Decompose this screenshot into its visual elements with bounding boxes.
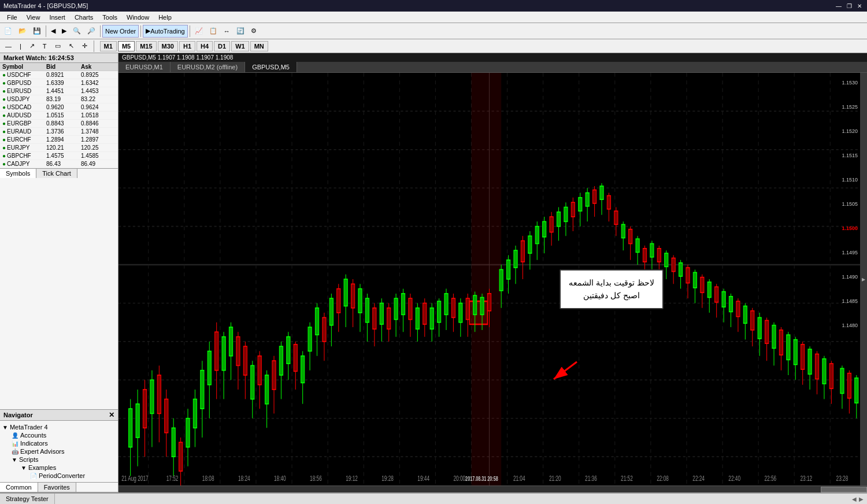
toolbar-autotrading[interactable]: ▶ AutoTrading bbox=[143, 25, 188, 38]
market-watch-row[interactable]: ●USDCAD 0.9620 0.9624 bbox=[0, 103, 118, 112]
close-button[interactable]: ✕ bbox=[855, 2, 864, 10]
menu-tools[interactable]: Tools bbox=[98, 13, 122, 22]
svg-rect-231 bbox=[840, 368, 844, 393]
market-watch-row[interactable]: ●GBPCHF 1.4575 1.4585 bbox=[0, 152, 118, 160]
period-m15[interactable]: M15 bbox=[136, 41, 156, 51]
period-h1[interactable]: H1 bbox=[179, 41, 195, 51]
period-m5[interactable]: M5 bbox=[118, 41, 135, 51]
minimize-button[interactable]: — bbox=[835, 2, 843, 10]
price-1505: 1.1505 bbox=[828, 201, 860, 207]
toolbar-autoscroll[interactable]: 🔄 bbox=[234, 25, 247, 38]
strategy-tester-arrow-right[interactable]: ▶ bbox=[859, 496, 864, 502]
period-w1[interactable]: W1 bbox=[231, 41, 249, 51]
toolbar-chart-shift[interactable]: ↔ bbox=[221, 25, 233, 38]
menu-view[interactable]: View bbox=[22, 13, 45, 22]
menu-insert[interactable]: Insert bbox=[45, 13, 70, 22]
nav-indicators[interactable]: 📊 Indicators bbox=[12, 439, 116, 447]
toolbar-indicators[interactable]: 📈 bbox=[192, 25, 206, 38]
mw-ask: 1.2897 bbox=[81, 136, 116, 143]
nav-metatrader4[interactable]: ▼ MetaTrader 4 bbox=[2, 423, 116, 431]
svg-rect-227 bbox=[822, 359, 826, 384]
nav-tab-common[interactable]: Common bbox=[0, 483, 38, 492]
svg-text:21:04: 21:04 bbox=[513, 474, 525, 482]
toolbar-cursor[interactable]: ↖ bbox=[66, 40, 77, 53]
svg-rect-58 bbox=[215, 332, 218, 370]
nav-periodconv-icon: 📄 bbox=[30, 473, 37, 479]
menu-file[interactable]: File bbox=[2, 13, 22, 22]
toolbar-settings[interactable]: ⚙ bbox=[248, 25, 260, 38]
market-watch-row[interactable]: ●EURJPY 120.21 120.25 bbox=[0, 144, 118, 152]
strategy-tester-arrow-left[interactable]: ◀ bbox=[852, 496, 857, 502]
market-watch: Market Watch: 16:24:53 Symbol Bid Ask ●U… bbox=[0, 53, 118, 410]
svg-text:23:12: 23:12 bbox=[801, 474, 813, 482]
toolbar-open[interactable]: 📂 bbox=[16, 25, 29, 38]
market-watch-row[interactable]: ●USDJPY 83.19 83.22 bbox=[0, 95, 118, 103]
toolbar-vline[interactable]: | bbox=[17, 40, 24, 53]
toolbar-rect[interactable]: ▭ bbox=[52, 40, 64, 53]
chart-canvas[interactable]: 21 Aug 2017 17:52 18:08 18:24 18:40 18:5… bbox=[118, 73, 860, 486]
svg-rect-80 bbox=[294, 344, 297, 371]
toolbar-arrow[interactable]: ↗ bbox=[27, 40, 38, 53]
svg-rect-195 bbox=[707, 282, 711, 298]
nav-accounts[interactable]: 👤 Accounts bbox=[12, 431, 116, 439]
toolbar-templates[interactable]: 📋 bbox=[206, 25, 220, 38]
mw-tab-tick[interactable]: Tick Chart bbox=[36, 169, 77, 178]
svg-rect-50 bbox=[186, 418, 190, 447]
market-watch-row[interactable]: ●USDCHF 0.8921 0.8925 bbox=[0, 71, 118, 79]
toolbar-new-order[interactable]: New Order bbox=[102, 25, 139, 38]
toolbar-new-chart[interactable]: 📄 bbox=[1, 25, 15, 38]
market-watch-row[interactable]: ●EURAUD 1.3736 1.3748 bbox=[0, 128, 118, 136]
period-d1[interactable]: D1 bbox=[214, 41, 230, 51]
toolbar-save[interactable]: 💾 bbox=[30, 25, 44, 38]
mw-symbol: ●EURJPY bbox=[2, 144, 46, 151]
toolbar-crosshair[interactable]: ✛ bbox=[79, 40, 90, 53]
market-watch-row[interactable]: ●CADJPY 86.43 86.49 bbox=[0, 160, 118, 168]
svg-rect-171 bbox=[621, 224, 625, 238]
svg-rect-189 bbox=[686, 268, 690, 283]
market-watch-row[interactable]: ●AUDUSD 1.0515 1.0518 bbox=[0, 112, 118, 120]
toolbar-zoom-out[interactable]: 🔎 bbox=[84, 25, 98, 38]
svg-rect-42 bbox=[157, 375, 161, 413]
nav-period-converter[interactable]: 📄 PeriodConverter bbox=[30, 472, 116, 480]
chart-collapse-arrow[interactable]: ▶ bbox=[860, 73, 867, 486]
chart-tab-eurusd-m1[interactable]: EURUSD,M1 bbox=[118, 62, 171, 72]
menu-charts[interactable]: Charts bbox=[70, 13, 98, 22]
svg-text:21:20: 21:20 bbox=[549, 474, 561, 482]
svg-rect-122 bbox=[444, 294, 448, 315]
menu-window[interactable]: Window bbox=[122, 13, 154, 22]
nav-examples[interactable]: ▼ Examples bbox=[21, 464, 116, 472]
mw-ask: 120.25 bbox=[81, 144, 116, 151]
menu-help[interactable]: Help bbox=[154, 13, 176, 22]
toolbar-text[interactable]: T bbox=[40, 40, 50, 53]
period-m1[interactable]: M1 bbox=[100, 41, 117, 51]
svg-rect-199 bbox=[722, 292, 725, 307]
chart-tab-gbpusd-m5[interactable]: GBPUSD,M5 bbox=[245, 62, 297, 72]
svg-text:21:52: 21:52 bbox=[621, 474, 633, 482]
chart-scrollbar-thumb[interactable] bbox=[821, 487, 867, 492]
market-watch-row[interactable]: ●EURCHF 1.2894 1.2897 bbox=[0, 136, 118, 144]
period-m30[interactable]: M30 bbox=[158, 41, 178, 51]
nav-expert-advisors[interactable]: 🤖 Expert Advisors bbox=[12, 447, 116, 455]
toolbar-forward[interactable]: ▶ bbox=[59, 25, 69, 38]
chart-scrollbar[interactable] bbox=[118, 486, 867, 492]
market-watch-row[interactable]: ●EURGBP 0.8843 0.8846 bbox=[0, 120, 118, 128]
toolbar-line[interactable]: — bbox=[2, 40, 14, 53]
toolbar-sep-4 bbox=[190, 25, 190, 37]
navigator-close[interactable]: ✕ bbox=[109, 411, 114, 419]
market-watch-row[interactable]: ●EURUSD 1.4451 1.4453 bbox=[0, 87, 118, 95]
svg-rect-108 bbox=[394, 298, 398, 320]
period-mn[interactable]: MN bbox=[250, 41, 268, 51]
nav-tab-favorites[interactable]: Favorites bbox=[38, 483, 76, 492]
mw-tab-symbols[interactable]: Symbols bbox=[0, 169, 36, 178]
svg-rect-229 bbox=[829, 364, 833, 388]
period-h4[interactable]: H4 bbox=[197, 41, 213, 51]
chart-svg: 21 Aug 2017 17:52 18:08 18:24 18:40 18:5… bbox=[118, 73, 860, 486]
nav-scripts[interactable]: ▼ Scripts bbox=[12, 455, 116, 464]
market-watch-row[interactable]: ●GBPUSD 1.6339 1.6342 bbox=[0, 79, 118, 87]
svg-text:18:40: 18:40 bbox=[274, 474, 286, 482]
market-watch-tabs: Symbols Tick Chart bbox=[0, 168, 118, 178]
chart-tab-eurusd-m2[interactable]: EURUSD,M2 (offline) bbox=[171, 62, 245, 72]
toolbar-back[interactable]: ◀ bbox=[48, 25, 58, 38]
toolbar-zoom-in[interactable]: 🔍 bbox=[70, 25, 84, 38]
restore-button[interactable]: ❐ bbox=[845, 2, 853, 10]
